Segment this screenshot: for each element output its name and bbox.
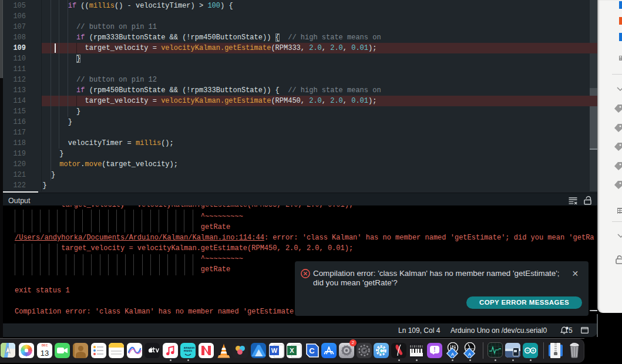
svg-text:A: A [451,352,455,357]
svg-text:A: A [468,352,472,357]
svg-text:C: C [379,347,384,355]
svg-text:C: C [309,346,315,355]
